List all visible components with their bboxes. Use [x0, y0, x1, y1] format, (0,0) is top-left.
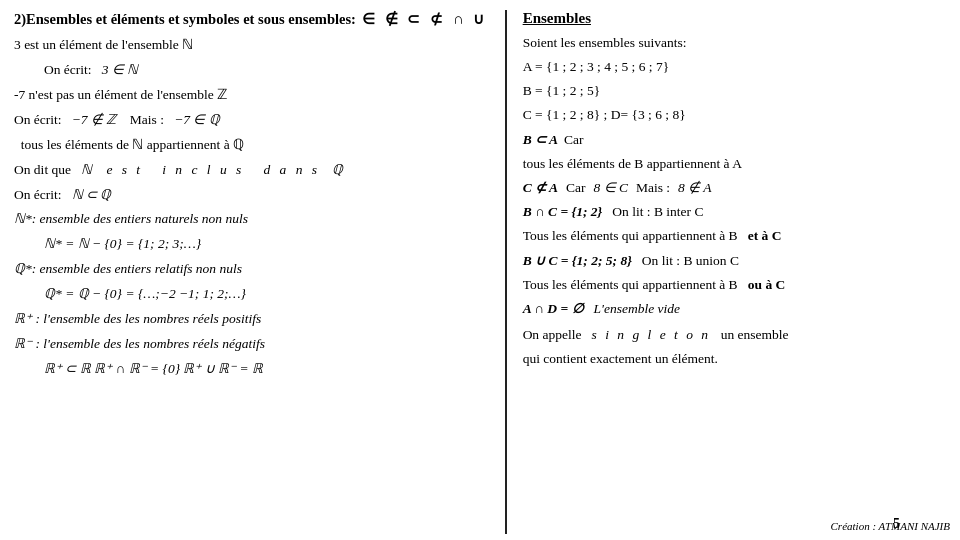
line8-math: ℕ* = ℕ − {0} = {1; 2; 3;…}	[44, 236, 201, 251]
line-2: On écrit: 3 ∈ ℕ	[44, 60, 489, 81]
subset-line: B ⊂ A Car	[523, 130, 946, 151]
singleton-word: s i n g l e t o n	[592, 327, 711, 342]
union-line: B ∪ C = {1; 2; 5; 8} On lit : B union C	[523, 251, 946, 272]
not-subset-mais-math: 8 ∉ A	[678, 178, 712, 199]
section-title: Ensembles	[523, 10, 946, 27]
line-5b: On dit que ℕ e s t i n c l u s d a n s ℚ	[14, 160, 489, 181]
line-6: On écrit: ℕ ⊂ ℚ	[14, 185, 489, 206]
not-subset-mais: Mais :	[636, 178, 670, 199]
page-title: 2)Ensembles et éléments et symboles et s…	[14, 10, 489, 28]
set-D: ; D= {3 ; 6 ; 8}	[604, 107, 686, 122]
line-8: ℕ* = ℕ − {0} = {1; 2; 3;…}	[44, 234, 489, 255]
singleton-line2: qui contient exactement un élément.	[523, 349, 946, 370]
line-1: 3 est un élément de l'ensemble ℕ	[14, 35, 489, 56]
intersect-explain-text: Tous les éléments qui appartiennent à B	[523, 228, 738, 243]
line-4: On écrit: −7 ∉ ℤ Mais : −7 ∈ ℚ	[14, 110, 489, 131]
intersect-math: B ∩ C = {1; 2}	[523, 202, 603, 223]
not-subset-math: C ⊄ A	[523, 178, 558, 199]
intersect-explain: Tous les éléments qui appartiennent à B …	[523, 226, 946, 247]
line3-text: -7 n'est pas un élément de l'ensemble ℤ	[14, 87, 227, 102]
right-C: C = {1 ; 2 ; 8} ; D= {3 ; 6 ; 8}	[523, 105, 946, 126]
not-subset-line: C ⊄ A Car 8 ∈ C Mais : 8 ∉ A	[523, 178, 946, 199]
subset-explain: tous les éléments de B appartiennent à A	[523, 154, 946, 175]
union-explain-text: Tous les éléments qui appartiennent à B	[523, 277, 738, 292]
empty-explain: L'ensemble vide	[594, 299, 680, 320]
intro-text: Soient les ensembles suivants:	[523, 35, 687, 50]
subset-car: Car	[564, 130, 584, 151]
title-text: 2)Ensembles et éléments et symboles et s…	[14, 11, 356, 28]
line11-text: ℝ⁺ : l'ensemble des les nombres réels po…	[14, 311, 261, 326]
right-column: Ensembles Soient les ensembles suivants:…	[513, 10, 946, 534]
line5b-label: On dit que	[14, 162, 71, 177]
set-A: A = {1 ; 2 ; 3 ; 4 ; 5 ; 6 ; 7}	[523, 59, 670, 74]
subset-math: B ⊂ A	[523, 130, 558, 151]
column-divider	[505, 10, 507, 534]
line5b-math: ℕ e s t i n c l u s d a n s ℚ	[81, 162, 345, 177]
left-column: 2)Ensembles et éléments et symboles et s…	[14, 10, 499, 534]
line2-math: 3 ∈ ℕ	[102, 62, 139, 77]
line9-text: ℚ*: ensemble des entiers relatifs non nu…	[14, 261, 242, 276]
line-3: -7 n'est pas un élément de l'ensemble ℤ	[14, 85, 489, 106]
union-explain2-text: ou à C	[748, 277, 786, 292]
line7-text: ℕ*: ensemble des entiers naturels non nu…	[14, 211, 248, 226]
line-11: ℝ⁺ : l'ensemble des les nombres réels po…	[14, 309, 489, 330]
set-B: B = {1 ; 2 ; 5}	[523, 83, 601, 98]
singleton-line: On appelle s i n g l e t o n un ensemble	[523, 325, 946, 346]
line-9: ℚ*: ensemble des entiers relatifs non nu…	[14, 259, 489, 280]
right-A: A = {1 ; 2 ; 3 ; 4 ; 5 ; 6 ; 7}	[523, 57, 946, 78]
line-5a: tous les éléments de ℕ appartiennent à ℚ	[14, 135, 489, 156]
right-B: B = {1 ; 2 ; 5}	[523, 81, 946, 102]
singleton-explain: un ensemble	[721, 327, 789, 342]
line6-label: On écrit:	[14, 187, 62, 202]
line-12: ℝ⁻ : l'ensemble des les nombres réels né…	[14, 334, 489, 355]
union-math: B ∪ C = {1; 2; 5; 8}	[523, 251, 632, 272]
not-subset-car: Car	[566, 178, 586, 199]
line4-math: −7 ∉ ℤ	[72, 112, 117, 127]
intersect-lit: On lit : B inter C	[612, 202, 703, 223]
right-intro: Soient les ensembles suivants:	[523, 33, 946, 54]
line1-text: 3 est un élément de l'ensemble ℕ	[14, 37, 193, 52]
line10-math: ℚ* = ℚ − {0} = {…;−2 −1; 1; 2;…}	[44, 286, 246, 301]
section-title-text: Ensembles	[523, 10, 591, 26]
empty-line: A ∩ D = ∅ L'ensemble vide	[523, 299, 946, 320]
line4-mais: Mais :	[130, 112, 164, 127]
line2-label: On écrit:	[44, 62, 92, 77]
union-explain: Tous les éléments qui appartiennent à B …	[523, 275, 946, 296]
singleton-explain2: qui contient exactement un élément.	[523, 351, 718, 366]
line6-math: ℕ ⊂ ℚ	[72, 187, 112, 202]
line4-label: On écrit:	[14, 112, 62, 127]
line5a-text: tous les éléments de ℕ appartiennent à ℚ	[21, 137, 244, 152]
line12-text: ℝ⁻ : l'ensemble des les nombres réels né…	[14, 336, 265, 351]
not-subset-math2: 8 ∈ C	[593, 178, 628, 199]
subset-explain-text: tous les éléments de B appartiennent à A	[523, 156, 742, 171]
line13-math: ℝ⁺ ⊂ ℝ ℝ⁺ ∩ ℝ⁻ = {0} ℝ⁺ ∪ ℝ⁻ = ℝ	[44, 361, 263, 376]
line-7: ℕ*: ensemble des entiers naturels non nu…	[14, 209, 489, 230]
set-C: C = {1 ; 2 ; 8}	[523, 107, 601, 122]
singleton-intro: On appelle	[523, 327, 582, 342]
line-13: ℝ⁺ ⊂ ℝ ℝ⁺ ∩ ℝ⁻ = {0} ℝ⁺ ∪ ℝ⁻ = ℝ	[44, 359, 489, 380]
empty-math: A ∩ D = ∅	[523, 299, 584, 320]
intersect-explain2-text: et à C	[748, 228, 782, 243]
line-10: ℚ* = ℚ − {0} = {…;−2 −1; 1; 2;…}	[44, 284, 489, 305]
intersect-line: B ∩ C = {1; 2} On lit : B inter C	[523, 202, 946, 223]
union-lit: On lit : B union C	[642, 251, 739, 272]
line4-mais-math: −7 ∈ ℚ	[174, 112, 220, 127]
title-symbols: ∈ ∉ ⊂ ⊄ ∩ ∪	[362, 10, 488, 28]
creation-text: Création : ATMANI NAJIB	[831, 520, 950, 532]
